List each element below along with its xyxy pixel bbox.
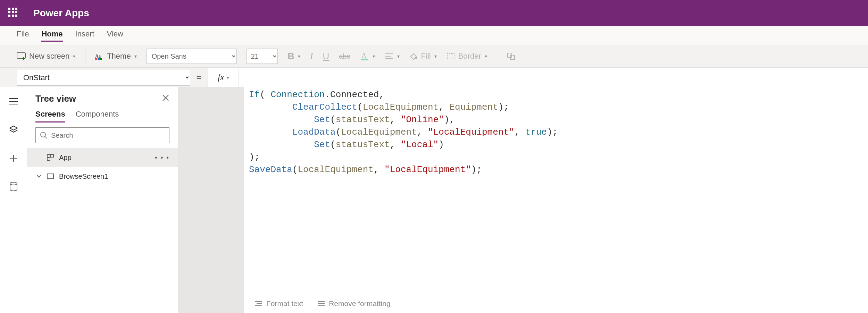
menu-insert[interactable]: Insert <box>75 29 94 42</box>
svg-rect-25 <box>51 154 53 157</box>
remove-formatting-button[interactable]: Remove formatting <box>317 299 390 308</box>
search-icon <box>40 132 48 139</box>
tab-components[interactable]: Components <box>76 110 119 122</box>
bold-button[interactable]: B▾ <box>287 51 300 62</box>
code-token: LocalEquipment <box>298 164 373 175</box>
reorder-icon <box>507 52 516 60</box>
svg-rect-11 <box>447 53 454 59</box>
formula-editor-panel: If( Connection.Connected, ClearCollect(L… <box>244 87 868 313</box>
menu-file[interactable]: File <box>17 29 29 42</box>
tree-view-title: Tree view <box>35 93 76 104</box>
formula-editor-top[interactable] <box>239 68 868 87</box>
underline-button[interactable]: U <box>323 51 329 62</box>
fill-icon <box>409 52 418 60</box>
code-token: ( <box>336 127 341 137</box>
code-token: "LocalEquipment" <box>384 164 471 175</box>
code-token: ); <box>547 127 558 137</box>
code-token: . <box>325 90 330 100</box>
new-screen-label: New screen <box>29 52 69 61</box>
tree-search-box[interactable] <box>35 127 169 143</box>
font-size-select[interactable]: 21 <box>247 49 278 64</box>
layers-icon <box>9 125 18 135</box>
code-token: , <box>417 127 428 137</box>
code-token: , <box>374 164 384 175</box>
code-token: Connection <box>270 90 325 100</box>
tree-item-label: BrowseScreen1 <box>59 172 108 180</box>
border-button[interactable]: Border ▾ <box>446 52 487 61</box>
tab-screens[interactable]: Screens <box>35 110 65 122</box>
italic-button[interactable]: I <box>310 51 313 61</box>
theme-icon: Aa <box>95 53 103 60</box>
tree-item-app[interactable]: App • • • <box>27 148 178 167</box>
formula-editor-footer: Format text Remove formatting <box>244 294 868 313</box>
formula-code[interactable]: If( Connection.Connected, ClearCollect(L… <box>244 87 868 294</box>
code-token: "Online" <box>401 115 444 125</box>
svg-rect-26 <box>47 158 50 161</box>
svg-point-22 <box>41 132 45 137</box>
format-text-button[interactable]: Format text <box>254 299 303 308</box>
code-token: "Local" <box>401 139 439 150</box>
code-token: ); <box>498 102 509 112</box>
close-icon <box>162 94 169 102</box>
database-icon <box>9 182 18 192</box>
strikethrough-button[interactable]: abc <box>339 52 350 60</box>
border-label: Border <box>458 52 481 61</box>
code-token: ) <box>439 139 444 150</box>
code-token: LocalEquipment <box>363 102 439 112</box>
svg-rect-4 <box>100 58 102 60</box>
font-name-select[interactable]: Open Sans <box>147 49 237 64</box>
formula-bar: OnStart = fx ▾ <box>0 68 868 87</box>
chevron-down-icon: ▾ <box>226 75 229 80</box>
expand-toggle[interactable] <box>35 174 42 179</box>
chevron-down-icon: ▾ <box>134 53 137 59</box>
left-rail <box>0 87 27 313</box>
format-text-icon <box>254 300 263 307</box>
align-icon <box>385 53 394 60</box>
code-token: ), <box>444 115 455 125</box>
chevron-down-icon: ▾ <box>373 53 375 59</box>
code-token: true <box>525 127 547 137</box>
code-token: Connected <box>330 90 379 100</box>
plus-icon <box>9 154 18 163</box>
tree-search-input[interactable] <box>51 132 165 139</box>
canvas-area[interactable] <box>178 87 244 313</box>
rail-data-button[interactable] <box>6 179 21 194</box>
tree-tabs: Screens Components <box>27 107 178 122</box>
rail-hamburger-button[interactable] <box>6 94 21 109</box>
rail-insert-button[interactable] <box>6 151 21 166</box>
theme-button[interactable]: Aa Theme ▾ <box>95 52 136 61</box>
menu-view[interactable]: View <box>107 29 123 42</box>
tree-item-browsescreen1[interactable]: BrowseScreen1 <box>27 167 178 186</box>
align-button[interactable]: ▾ <box>385 53 400 60</box>
code-token: SaveData <box>249 164 292 175</box>
reorder-button[interactable] <box>507 52 516 60</box>
code-token: , <box>390 139 401 150</box>
code-token: ( <box>260 90 270 100</box>
screen-node-icon <box>47 173 55 179</box>
menu-bar: File Home Insert View <box>0 26 868 45</box>
close-tree-button[interactable] <box>162 93 169 104</box>
code-token: "LocalEquipment" <box>428 127 515 137</box>
rail-tree-view-button[interactable] <box>6 122 21 137</box>
code-token: LoadData <box>292 127 336 137</box>
svg-rect-0 <box>17 53 25 58</box>
font-color-button[interactable]: A ▾ <box>360 52 375 61</box>
fx-expand-button[interactable]: fx ▾ <box>208 68 239 87</box>
svg-rect-3 <box>98 58 100 60</box>
remove-formatting-icon <box>317 300 325 307</box>
fill-label: Fill <box>421 52 431 61</box>
app-launcher-icon[interactable] <box>8 8 19 19</box>
menu-home[interactable]: Home <box>41 29 62 42</box>
svg-rect-2 <box>95 58 97 60</box>
fill-button[interactable]: Fill ▾ <box>409 52 437 61</box>
tree-list: App • • • BrowseScreen1 <box>27 148 178 313</box>
code-token: ( <box>292 164 298 175</box>
svg-point-19 <box>10 182 17 185</box>
new-screen-button[interactable]: New screen ▾ <box>17 52 75 61</box>
property-select[interactable]: OnStart <box>17 69 190 86</box>
code-token: statusText <box>336 139 390 150</box>
tree-item-label: App <box>59 154 72 162</box>
brand-title: Power Apps <box>33 8 89 19</box>
format-text-label: Format text <box>266 299 303 308</box>
tree-item-more-button[interactable]: • • • <box>155 154 169 162</box>
